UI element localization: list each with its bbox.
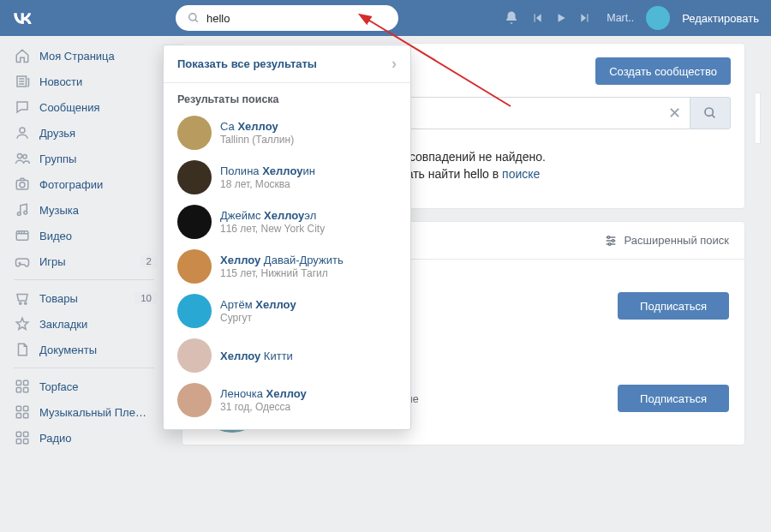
svg-rect-18 [24,380,28,385]
svg-rect-27 [16,439,21,444]
sidebar-item[interactable]: Группы [5,146,163,171]
search-suggestion-item[interactable]: Полина Хеллоуин18 лет, Москва [164,155,410,200]
svg-line-30 [712,115,714,117]
prev-icon[interactable] [531,12,543,24]
svg-rect-25 [16,432,21,436]
search-suggestion-item[interactable]: Джеймс Хеллоуэл116 лет, New York City [164,200,410,244]
suggestion-sub: 18 лет, Москва [220,178,315,190]
sidebar-item-label: Музыкальный Пле… [39,406,146,419]
sidebar-item[interactable]: Видео [5,223,163,248]
suggestion-sub: 115 лет, Нижний Тагил [220,267,344,279]
global-search[interactable] [176,5,398,31]
next-icon[interactable] [579,12,591,24]
header-username[interactable]: Mart.. [607,12,634,24]
sidebar-item-label: Музыка [39,204,79,217]
edit-link[interactable]: Редактировать [682,12,759,25]
sidebar-item[interactable]: Музыкальный Пле… [5,399,163,425]
sidebar-badge: 2 [140,255,158,267]
sidebar-item[interactable]: Сообщения [5,94,163,120]
svg-point-6 [17,153,21,158]
search-suggestion-item[interactable]: Хеллоу Давай-Дружить115 лет, Нижний Таги… [164,244,410,289]
sidebar-item[interactable]: Моя Страница [5,43,163,69]
svg-point-9 [20,182,25,188]
sidebar-item-label: Сообщения [39,101,100,114]
sidebar-badge: 10 [134,292,158,304]
photo-icon [14,176,31,193]
sidebar-item[interactable]: Фотографии [5,171,163,197]
suggestion-name: Артём Хеллоу [220,298,296,311]
sidebar-item-label: Радио [39,432,72,445]
suggestion-sub: 31 год, Одесса [220,401,307,413]
bell-icon[interactable] [504,10,519,26]
suggestion-name: Леночка Хеллоу [220,387,307,400]
subscribe-button[interactable]: Подписаться [618,292,729,320]
sidebar-item-label: Игры [39,255,66,268]
subscribe-button[interactable]: Подписаться [618,385,729,412]
svg-rect-22 [24,406,28,410]
sidebar-separator [14,279,154,280]
sliders-icon [604,234,618,248]
sidebar-item[interactable]: Товары10 [5,285,163,311]
side-strip [756,93,761,144]
sidebar-item-label: Друзья [39,127,75,140]
search-input[interactable] [206,12,386,25]
sidebar-item-label: Видео [39,230,72,242]
suggestion-name: Джеймс Хеллоуэл [220,209,325,222]
svg-point-7 [23,155,27,159]
suggestion-name: Хеллоу Китти [220,350,293,362]
sidebar-item-label: Новости [39,75,82,88]
suggestion-sub: Tallinn (Таллин) [220,134,294,146]
sidebar-item[interactable]: Радио [5,425,163,451]
search-link[interactable]: поиске [502,167,540,181]
header-avatar[interactable] [646,6,670,30]
search-suggestion-item[interactable]: Леночка Хеллоу31 год, Одесса [164,378,410,422]
suggestion-name: Полина Хеллоуин [220,164,315,177]
sidebar-item[interactable]: Музыка [5,197,163,223]
suggestion-name: Са Хеллоу [220,120,294,133]
search-button[interactable] [690,97,731,129]
search-suggestion-item[interactable]: Хеллоу Китти [164,333,410,378]
svg-point-5 [20,128,25,133]
suggestion-name: Хеллоу Давай-Дружить [220,254,344,266]
app-icon [14,429,31,446]
advanced-search[interactable]: Расширенный поиск [604,234,729,248]
show-all-results[interactable]: Показать все результаты › [164,45,410,83]
svg-point-36 [608,242,611,245]
vk-logo[interactable] [10,6,34,30]
suggestion-avatar [177,249,212,284]
svg-rect-17 [16,380,21,385]
sidebar-separator [14,368,154,368]
svg-rect-26 [24,432,28,436]
search-suggestion-item[interactable]: Артём ХеллоуСургут [164,289,410,333]
sidebar-item[interactable]: Документы [5,337,163,362]
user-icon [14,124,31,141]
svg-rect-19 [16,388,21,392]
sidebar-item[interactable]: Игры2 [5,248,163,274]
suggestion-avatar [177,294,212,328]
sidebar-item[interactable]: Новости [5,69,163,94]
svg-point-35 [612,239,614,242]
play-icon[interactable] [555,12,567,24]
clear-icon[interactable]: ✕ [668,104,681,123]
sidebar-item[interactable]: Закладки [5,311,163,337]
svg-line-1 [195,20,198,22]
sidebar-item-label: Товары [39,292,78,305]
cart-icon [14,290,31,307]
svg-rect-24 [24,414,28,418]
svg-point-34 [607,236,610,238]
msg-icon [14,99,31,116]
app-icon [14,403,31,421]
sidebar-item-label: Фотографии [39,178,103,191]
sidebar-item[interactable]: Topface [5,374,163,399]
suggestion-avatar [177,160,212,194]
suggestion-avatar [177,116,212,150]
svg-point-11 [24,211,27,214]
create-community-button[interactable]: Создать сообщество [595,57,731,85]
search-suggestions-dropdown: Показать все результаты › Результаты пои… [163,45,411,430]
search-icon [703,106,717,120]
sidebar-item[interactable]: Друзья [5,120,163,146]
sidebar-item-label: Группы [39,152,76,165]
svg-point-16 [25,302,27,304]
game-icon [14,253,31,270]
search-suggestion-item[interactable]: Са ХеллоуTallinn (Таллин) [164,111,410,155]
